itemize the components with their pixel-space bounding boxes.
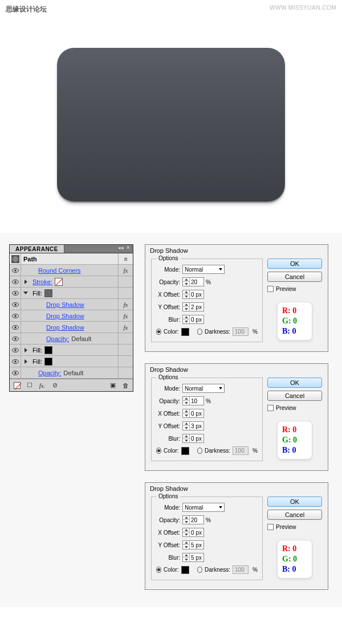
delete-icon[interactable]: 🗑 bbox=[121, 382, 129, 389]
visibility-eye-icon[interactable] bbox=[10, 356, 21, 367]
visibility-eye-icon[interactable] bbox=[10, 310, 21, 321]
preview-checkbox[interactable] bbox=[267, 405, 274, 411]
row-label[interactable]: Drop Shadow bbox=[30, 301, 118, 308]
ok-button[interactable]: OK bbox=[267, 378, 322, 388]
darkness-radio[interactable] bbox=[197, 448, 202, 454]
rgb-r-value: R: 0 bbox=[282, 306, 307, 316]
row-label[interactable]: Fill: bbox=[30, 289, 118, 297]
cancel-button[interactable]: Cancel bbox=[267, 510, 322, 520]
clear-icon[interactable]: ⊘ bbox=[51, 382, 59, 389]
number-input[interactable]: 5 px bbox=[182, 540, 204, 549]
cancel-button[interactable]: Cancel bbox=[267, 272, 322, 282]
opacity-label: Opacity: bbox=[156, 398, 182, 404]
appearance-row[interactable]: Fill: bbox=[10, 288, 133, 299]
svg-marker-43 bbox=[185, 559, 188, 561]
caret-down-icon bbox=[219, 268, 222, 270]
black-swatch-icon[interactable] bbox=[44, 346, 52, 354]
svg-marker-42 bbox=[185, 554, 188, 556]
visibility-eye-icon[interactable] bbox=[10, 322, 21, 333]
color-chip[interactable] bbox=[181, 328, 189, 336]
row-label[interactable]: Fill: bbox=[30, 358, 118, 366]
visibility-eye-icon[interactable] bbox=[10, 265, 21, 276]
fx-icon[interactable]: fx bbox=[118, 265, 133, 276]
appearance-row[interactable]: Drop Shadowfx bbox=[10, 322, 133, 333]
visibility-eye-icon[interactable] bbox=[10, 344, 21, 355]
color-chip[interactable] bbox=[181, 447, 189, 455]
yoffset-label: Y Offset: bbox=[156, 423, 182, 429]
row-label[interactable]: Fill: bbox=[30, 346, 118, 354]
appearance-row[interactable]: Round Cornersfx bbox=[10, 265, 133, 276]
number-input[interactable]: 10 bbox=[182, 396, 204, 405]
fx-menu-icon[interactable]: fx. bbox=[38, 382, 46, 389]
number-input[interactable]: 0 px bbox=[182, 528, 204, 537]
row-label[interactable]: Stroke: bbox=[30, 278, 118, 286]
number-input[interactable]: 2 px bbox=[182, 302, 204, 311]
appearance-row[interactable]: Fill: bbox=[10, 356, 133, 367]
panel-close-icon[interactable]: ✕ bbox=[126, 245, 131, 251]
panel-tab-bar[interactable]: APPEARANCE ◂◂ ✕ bbox=[10, 245, 133, 253]
color-chip[interactable] bbox=[181, 566, 189, 574]
ok-button[interactable]: OK bbox=[267, 259, 322, 269]
expand-toggle[interactable] bbox=[21, 292, 30, 294]
visibility-eye-icon[interactable] bbox=[10, 288, 21, 298]
path-header-row[interactable]: Path ≡ bbox=[10, 253, 133, 265]
row-label[interactable]: Opacity: Default bbox=[30, 370, 118, 376]
number-input[interactable]: 0 px bbox=[182, 315, 204, 324]
color-label: Color: bbox=[164, 329, 179, 335]
number-input[interactable]: 0 px bbox=[182, 290, 204, 299]
number-input[interactable]: 0 px bbox=[182, 409, 204, 418]
mode-select[interactable]: Normal bbox=[182, 265, 225, 274]
mode-select[interactable]: Normal bbox=[182, 384, 225, 393]
path-thumb-icon bbox=[10, 253, 21, 264]
fx-icon[interactable]: fx bbox=[118, 310, 133, 321]
duplicate-icon[interactable]: ▣ bbox=[109, 382, 117, 389]
darkness-radio[interactable] bbox=[197, 329, 202, 335]
visibility-eye-icon[interactable] bbox=[10, 333, 21, 344]
fx-icon[interactable]: fx bbox=[118, 299, 133, 310]
black-swatch-icon[interactable] bbox=[44, 358, 52, 366]
darkness-label: Darkness: bbox=[205, 329, 230, 335]
number-input[interactable]: 3 px bbox=[182, 421, 204, 430]
path-menu-icon[interactable]: ≡ bbox=[118, 253, 133, 264]
row-label[interactable]: Drop Shadow bbox=[30, 324, 118, 331]
appearance-row[interactable]: Opacity: Default bbox=[10, 333, 133, 344]
number-input[interactable]: 20 bbox=[182, 277, 204, 286]
row-label[interactable]: Drop Shadow bbox=[30, 313, 118, 319]
expand-toggle[interactable] bbox=[21, 280, 30, 284]
new-fill-icon[interactable]: ☐ bbox=[26, 382, 34, 389]
color-radio[interactable] bbox=[156, 329, 161, 335]
appearance-row[interactable]: Drop Shadowfx bbox=[10, 310, 133, 322]
expand-toggle[interactable] bbox=[21, 359, 30, 364]
fx-icon[interactable]: fx bbox=[118, 322, 133, 333]
darkness-radio[interactable] bbox=[197, 567, 202, 573]
appearance-row[interactable]: Fill: bbox=[10, 344, 133, 356]
number-input[interactable]: 0 px bbox=[182, 434, 204, 443]
options-fieldset: Options Mode: Normal Opacity:20% X Offse… bbox=[151, 497, 263, 580]
number-input[interactable]: 5 px bbox=[182, 553, 204, 562]
row-label[interactable]: Opacity: Default bbox=[30, 335, 118, 342]
number-input[interactable]: 20 bbox=[182, 515, 204, 524]
row-label[interactable]: Round Corners bbox=[30, 267, 118, 274]
gray-swatch-icon[interactable] bbox=[44, 289, 52, 297]
appearance-row[interactable]: Opacity: Default bbox=[10, 367, 133, 379]
appearance-row[interactable]: Stroke: bbox=[10, 276, 133, 288]
expand-toggle[interactable] bbox=[21, 348, 30, 352]
color-radio[interactable] bbox=[156, 448, 161, 454]
no-stroke-icon[interactable] bbox=[13, 382, 21, 389]
preview-checkbox[interactable] bbox=[267, 286, 274, 292]
appearance-tab[interactable]: APPEARANCE bbox=[10, 245, 64, 253]
panel-collapse-icon[interactable]: ◂◂ bbox=[118, 245, 124, 251]
ok-button[interactable]: OK bbox=[267, 497, 322, 507]
svg-point-13 bbox=[14, 338, 17, 340]
visibility-eye-icon[interactable] bbox=[10, 299, 21, 310]
options-legend: Options bbox=[156, 493, 180, 499]
none-swatch-icon[interactable] bbox=[55, 278, 63, 286]
visibility-eye-icon[interactable] bbox=[10, 276, 21, 287]
color-radio[interactable] bbox=[156, 567, 161, 573]
preview-checkbox[interactable] bbox=[267, 524, 274, 530]
fx-icon bbox=[118, 288, 133, 298]
mode-select[interactable]: Normal bbox=[182, 503, 225, 512]
appearance-row[interactable]: Drop Shadowfx bbox=[10, 299, 133, 310]
visibility-eye-icon[interactable] bbox=[10, 367, 21, 378]
cancel-button[interactable]: Cancel bbox=[267, 391, 322, 401]
